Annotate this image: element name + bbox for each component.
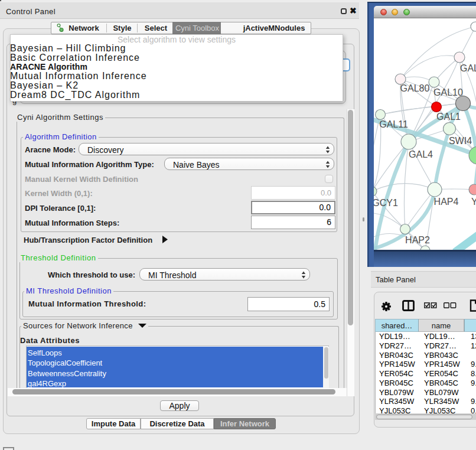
svg-text:SWI4: SWI4	[449, 136, 472, 146]
svg-text:GAL1: GAL1	[436, 112, 461, 122]
svg-text:Y: Y	[471, 197, 476, 207]
svg-text:GAL80: GAL80	[400, 83, 430, 93]
svg-text:GAL4: GAL4	[409, 149, 433, 159]
svg-text:GCY1: GCY1	[374, 198, 398, 208]
svg-text:GAL7: GAL7	[460, 63, 476, 73]
svg-text:HAP4: HAP4	[434, 197, 459, 207]
svg-text:GAL10: GAL10	[433, 87, 463, 97]
svg-text:HAP2: HAP2	[405, 235, 430, 245]
svg-text:GAL11: GAL11	[379, 119, 408, 129]
